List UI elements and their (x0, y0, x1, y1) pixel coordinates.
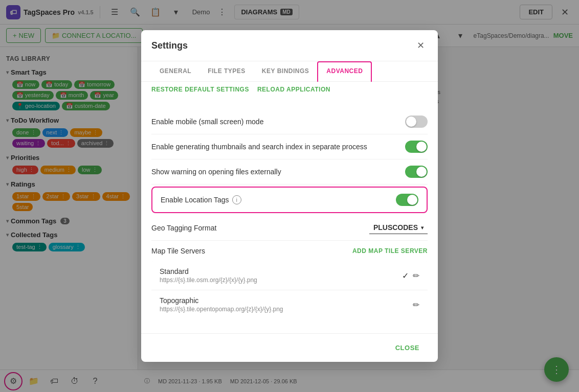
setting-thumbnails: Enable generating thumbnails and search … (151, 134, 428, 159)
location-tags-toggle[interactable] (396, 194, 418, 206)
warning-label: Show warning on opening files externally (151, 168, 281, 176)
tab-key-bindings[interactable]: KEY BINDINGS (254, 61, 317, 82)
setting-warning: Show warning on opening files externally (151, 159, 428, 185)
map-tile-section: Map Tile Servers ADD MAP TILE SERVER Sta… (151, 241, 428, 325)
tile-item-topographic: Topographic https://{s}.tile.opentopomap… (151, 290, 428, 319)
modal-overlay: Settings ✕ GENERAL FILE TYPES KEY BINDIN… (0, 0, 579, 392)
warning-toggle[interactable] (405, 166, 428, 178)
geo-format-select[interactable]: PLUSCODES ▾ (369, 221, 428, 234)
location-tags-thumb (407, 195, 417, 205)
tile-actions-standard: ✓ ✏ (402, 271, 419, 281)
modal-close-button[interactable]: ✕ (413, 38, 428, 53)
setting-mobile-mode: Enable mobile (small screen) mode (151, 109, 428, 134)
geo-format-value: PLUSCODES (373, 223, 418, 232)
location-tags-label: Enable Location Tags i (161, 195, 241, 204)
map-tile-header: Map Tile Servers ADD MAP TILE SERVER (151, 247, 428, 255)
modal-close-btn[interactable]: CLOSE (387, 340, 428, 356)
mobile-mode-toggle[interactable] (405, 116, 428, 128)
add-tile-server-button[interactable]: ADD MAP TILE SERVER (352, 247, 428, 255)
tab-general[interactable]: GENERAL (151, 61, 199, 82)
tile-info-topographic: Topographic https://{s}.tile.opentopomap… (160, 296, 413, 313)
modal-footer: CLOSE (141, 333, 438, 362)
geo-tagging-section: Geo Tagging Format PLUSCODES ▾ (151, 215, 428, 241)
modal-title: Settings (151, 40, 188, 51)
tile-server-list: Standard https://{s}.tile.osm.org/{z}/{x… (151, 261, 428, 319)
tile-item-standard: Standard https://{s}.tile.osm.org/{z}/{x… (151, 261, 428, 290)
tab-advanced[interactable]: ADVANCED (317, 61, 372, 82)
tile-actions-topographic: ✏ (413, 300, 419, 310)
reload-application-link[interactable]: RELOAD APPLICATION (257, 86, 330, 93)
warning-thumb (416, 167, 427, 177)
setting-location-tags-highlight: Enable Location Tags i (151, 187, 428, 213)
geo-tagging-label: Geo Tagging Format (151, 224, 216, 232)
restore-defaults-link[interactable]: RESTORE DEFAULT SETTINGS (151, 86, 249, 93)
tab-file-types[interactable]: FILE TYPES (199, 61, 254, 82)
geo-tagging-row: Geo Tagging Format PLUSCODES ▾ (151, 221, 428, 234)
tile-url-topographic: https://{s}.tile.opentopomap.org/{z}/{x}… (160, 306, 413, 313)
modal-actions: RESTORE DEFAULT SETTINGS RELOAD APPLICAT… (141, 82, 438, 101)
map-tile-label: Map Tile Servers (151, 247, 205, 255)
tile-url-standard: https://{s}.tile.osm.org/{z}/{x}/{y}.png (160, 276, 402, 284)
check-icon-standard: ✓ (402, 271, 409, 281)
modal-settings-content: Enable mobile (small screen) mode Enable… (141, 101, 438, 333)
mobile-mode-thumb (406, 117, 416, 127)
app-background: 🏷 TagSpaces Pro v4.1.5 ☰ 🔍 📋 ▾ Demo ⋮ DI… (0, 0, 579, 392)
location-tags-info-icon[interactable]: i (232, 195, 241, 204)
modal-header: Settings ✕ (141, 30, 438, 61)
edit-icon-standard[interactable]: ✏ (413, 271, 419, 281)
thumbnails-toggle[interactable] (405, 141, 428, 153)
thumbnails-label: Enable generating thumbnails and search … (151, 143, 367, 151)
modal-tabs: GENERAL FILE TYPES KEY BINDINGS ADVANCED (141, 61, 438, 82)
tile-info-standard: Standard https://{s}.tile.osm.org/{z}/{x… (160, 267, 402, 284)
geo-chevron-icon: ▾ (421, 225, 424, 230)
mobile-mode-label: Enable mobile (small screen) mode (151, 118, 263, 126)
tile-name-standard: Standard (160, 267, 402, 275)
tile-name-topographic: Topographic (160, 296, 413, 305)
settings-modal: Settings ✕ GENERAL FILE TYPES KEY BINDIN… (141, 30, 438, 362)
thumbnails-thumb (416, 142, 427, 152)
edit-icon-topographic[interactable]: ✏ (413, 300, 419, 310)
